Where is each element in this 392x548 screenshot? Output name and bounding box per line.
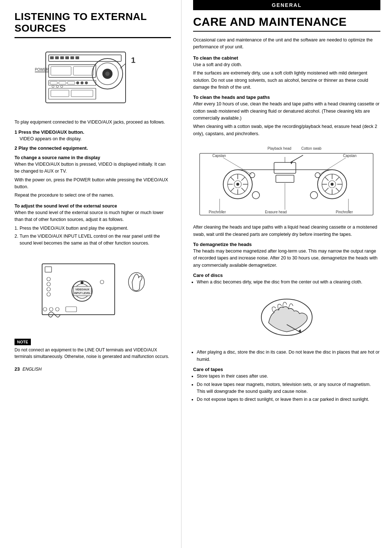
- right-column: GENERAL CARE AND MAINTENANCE Occasional …: [181, 0, 392, 548]
- svg-point-77: [250, 173, 255, 178]
- svg-rect-5: [65, 56, 69, 59]
- svg-line-75: [325, 188, 328, 192]
- page: LISTENING TO EXTERNAL SOURCES: [0, 0, 392, 548]
- svg-point-11: [105, 72, 110, 76]
- svg-point-36: [47, 287, 50, 291]
- tapes-bullet1: Store tapes in their cases after use.: [197, 373, 380, 380]
- section3-para1: The heads may become magnetized after lo…: [193, 248, 380, 269]
- subheading2: To adjust the sound level of the externa…: [15, 204, 171, 209]
- step2-heading: 2 Play the connected equipment.: [15, 145, 171, 151]
- svg-line-72: [325, 177, 328, 181]
- list-item-2: Turn the VIDEO/AUX INPUT LEVEL control o…: [20, 233, 171, 247]
- stereo-device-svg: POWER 1: [35, 45, 151, 114]
- svg-text:Erasure head: Erasure head: [265, 210, 287, 214]
- svg-rect-79: [274, 162, 296, 173]
- svg-point-35: [47, 282, 50, 286]
- svg-point-55: [236, 183, 239, 186]
- note-label: NOTE: [15, 339, 31, 345]
- step1-heading: 1 Press the VIDEO/AUX button.: [15, 129, 171, 135]
- section2-para3: After cleaning the heads and tape paths …: [193, 224, 380, 238]
- svg-rect-42: [73, 286, 91, 296]
- section1-heading: To clean the cabinet: [193, 55, 380, 61]
- svg-rect-1: [49, 55, 121, 61]
- svg-point-96: [252, 192, 260, 199]
- disc-bullet1: When a disc becomes dirty, wipe the disc…: [197, 279, 380, 286]
- left-title: LISTENING TO EXTERNAL SOURCES: [15, 11, 171, 38]
- svg-text:INPUT LEVEL: INPUT LEVEL: [74, 292, 91, 294]
- svg-point-45: [128, 273, 144, 291]
- section3-heading: To demagnetize the heads: [193, 242, 380, 247]
- svg-line-74: [336, 177, 339, 181]
- svg-line-28: [120, 64, 126, 68]
- svg-rect-23: [51, 90, 69, 97]
- svg-rect-21: [85, 81, 88, 84]
- left-intro: To play equipment connected to the VIDEO…: [15, 119, 171, 126]
- page-number: 23 ENGLISH: [15, 366, 171, 372]
- tape-diagram-svg: Playback head Cotton swab Capstan Capsta…: [198, 142, 376, 219]
- right-title: CARE AND MAINTENANCE: [193, 15, 380, 32]
- svg-text:Capstan: Capstan: [212, 154, 226, 158]
- rear-panel-svg: VIDEO/AUX INPUT LEVEL: [38, 253, 147, 326]
- svg-rect-33: [45, 267, 52, 272]
- section2-para2: When cleaning with a cotton swab, wipe t…: [193, 123, 380, 137]
- svg-text:Playback head: Playback head: [268, 146, 291, 150]
- rear-panel-diagram: VIDEO/AUX INPUT LEVEL: [15, 253, 171, 326]
- para1c: Repeat the procedure to select one of th…: [15, 192, 171, 199]
- svg-point-67: [331, 183, 334, 186]
- svg-point-34: [47, 277, 50, 281]
- svg-text:Pinchroller: Pinchroller: [336, 210, 353, 214]
- svg-line-63: [230, 188, 234, 192]
- svg-line-62: [241, 177, 245, 181]
- svg-rect-14: [73, 67, 94, 75]
- svg-point-41: [81, 281, 83, 284]
- svg-point-48: [56, 307, 59, 311]
- svg-rect-16: [50, 81, 57, 84]
- tapes-care-list: Store tapes in their cases after use. Do…: [197, 373, 380, 403]
- tape-diagram: Playback head Cotton swab Capstan Capsta…: [193, 142, 380, 219]
- svg-text:Pinchroller: Pinchroller: [209, 210, 226, 214]
- svg-text:Cotton swab: Cotton swab: [301, 146, 322, 150]
- svg-point-31: [61, 85, 63, 88]
- subheading1: To change a source name in the display: [15, 155, 171, 160]
- para1b: With the power on, press the POWER butto…: [15, 177, 171, 191]
- svg-rect-13: [51, 67, 71, 75]
- device-image-top: POWER 1: [15, 45, 171, 114]
- svg-rect-20: [81, 81, 83, 84]
- svg-line-60: [230, 177, 234, 181]
- svg-point-37: [47, 293, 50, 296]
- svg-text:1: 1: [131, 56, 135, 65]
- list-item-1: Press the VIDEO/AUX button and play the …: [20, 225, 171, 232]
- svg-rect-49: [66, 307, 77, 312]
- svg-rect-15: [49, 80, 96, 85]
- disc-cleaning-svg: [247, 290, 327, 344]
- disc-diagram: [193, 290, 380, 344]
- disc-care-list2: After playing a disc, store the disc in …: [197, 349, 380, 363]
- svg-point-30: [56, 85, 58, 88]
- svg-rect-19: [76, 81, 79, 84]
- svg-rect-24: [71, 90, 93, 97]
- section4-heading: Care of discs: [193, 273, 380, 278]
- right-intro: Occasional care and maintenance of the u…: [193, 37, 380, 51]
- adjustment-list: Press the VIDEO/AUX button and play the …: [20, 225, 171, 247]
- section2-para1: After every 10 hours of use, clean the h…: [193, 101, 380, 122]
- svg-rect-2: [50, 56, 54, 59]
- svg-rect-4: [60, 56, 64, 59]
- svg-line-61: [241, 188, 245, 192]
- svg-text:Capstan: Capstan: [343, 154, 356, 158]
- svg-rect-18: [68, 81, 75, 84]
- section1-para2: If the surfaces are extremely dirty, use…: [193, 70, 380, 91]
- svg-text:POWER: POWER: [35, 68, 49, 72]
- svg-point-46: [43, 307, 47, 311]
- svg-rect-81: [276, 175, 294, 182]
- svg-rect-6: [70, 56, 74, 59]
- disc-bullet2: After playing a disc, store the disc in …: [197, 349, 380, 363]
- section2-heading: To clean the heads and tape paths: [193, 94, 380, 100]
- left-column: LISTENING TO EXTERNAL SOURCES: [0, 0, 181, 548]
- tapes-bullet3: Do not expose tapes to direct sunlight, …: [197, 396, 380, 403]
- para1a: When the VIDEO/AUX button is pressed, VI…: [15, 161, 171, 175]
- svg-text:VIDEO/AUX: VIDEO/AUX: [75, 288, 89, 291]
- svg-line-82: [290, 155, 303, 162]
- svg-point-29: [52, 85, 54, 88]
- svg-line-89: [319, 158, 346, 174]
- para2a: When the sound level of the external sou…: [15, 209, 171, 223]
